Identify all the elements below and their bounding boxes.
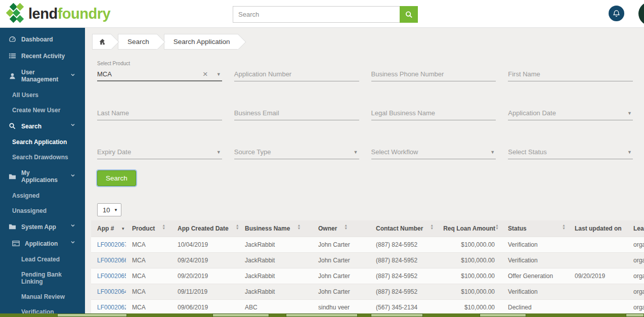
sort-icon: ▲▼ [236, 225, 239, 232]
sidebar-item-unassigned[interactable]: Unassigned [0, 203, 85, 218]
table-row[interactable]: LF0002062 MCA 09/06/2019 ABC sindhu veer… [91, 300, 644, 314]
sidebar-item-lead-created[interactable]: Lead Created [0, 252, 85, 267]
global-search [233, 6, 418, 23]
sidebar-item-assigned[interactable]: Assigned [0, 188, 85, 203]
cell-business-name: JackRabbit [239, 284, 312, 300]
application-link[interactable]: LF0002065 [97, 273, 126, 280]
application-link[interactable]: LF0002064 [97, 288, 126, 295]
search-button[interactable]: Search [97, 170, 136, 186]
global-search-input[interactable] [233, 6, 400, 23]
sidebar-item-system-app[interactable]: System App [0, 218, 85, 235]
col-app-created-date[interactable]: App Created Date▲▼ [171, 220, 239, 237]
sidebar-item-user-management[interactable]: User Management [0, 64, 85, 87]
breadcrumb-search-application[interactable]: Search Application [164, 34, 238, 50]
cell-status: Declined [502, 300, 569, 314]
cell-req-loan-amount: $100,000.00 [439, 253, 502, 268]
results-table: App #▼ Product▲▼ App Created Date▲▼ Busi… [91, 220, 644, 313]
cell-owner: sindhu veer [312, 300, 370, 314]
sidebar-item-manual-review[interactable]: Manual Review [0, 289, 85, 304]
cell-owner: John Carter [312, 237, 370, 253]
chevron-down-icon[interactable]: ▼ [354, 150, 358, 155]
sidebar-item-recent-activity[interactable]: Recent Activity [0, 48, 85, 64]
application-date-field[interactable]: Application Date ▼ [508, 100, 633, 120]
first-name-field[interactable]: First Name [508, 61, 633, 81]
select-workflow-field[interactable]: Select Workflow ▼ [371, 139, 496, 159]
cell-lead-source: organic [627, 237, 644, 253]
col-app-number[interactable]: App #▼ [91, 220, 126, 237]
sidebar-item-application[interactable]: Application [0, 235, 85, 252]
chevron-down-icon[interactable]: ▼ [217, 72, 221, 77]
cell-business-name: JackRabbit [239, 253, 312, 268]
horizontal-scrollbar[interactable] [0, 313, 644, 317]
chevron-down-icon [70, 173, 78, 180]
sidebar-item-search-application[interactable]: Search Application [0, 134, 85, 150]
global-search-button[interactable] [400, 6, 418, 23]
search-icon [9, 122, 16, 130]
col-last-updated-on[interactable]: Last updated on▲▼ [569, 220, 627, 237]
card-icon [12, 240, 20, 247]
search-icon [405, 11, 413, 18]
source-type-field[interactable]: Source Type ▼ [234, 139, 359, 159]
table-row[interactable]: LF0002064 MCA 09/11/2019 JackRabbit John… [91, 284, 644, 300]
col-owner[interactable]: Owner▲▼ [312, 220, 370, 237]
cell-lead-source: organic [627, 268, 644, 284]
table-row[interactable]: LF0002067 MCA 10/04/2019 JackRabbit John… [91, 237, 644, 253]
chevron-down-icon[interactable]: ▼ [627, 111, 632, 116]
chevron-down-icon: ▼ [114, 208, 118, 212]
select-product-field[interactable]: Select Product MCA × ▼ [97, 61, 222, 81]
cell-contact-number: (567) 345-2134 [370, 300, 439, 314]
home-icon [99, 38, 106, 46]
sort-icon: ▲▼ [430, 225, 434, 232]
page-size-select[interactable]: 10 ▼ [97, 203, 121, 216]
last-name-field[interactable]: Last Name [97, 100, 222, 120]
table-header-row: App #▼ Product▲▼ App Created Date▲▼ Busi… [91, 220, 644, 237]
col-lead-source[interactable]: Lead Source [627, 220, 644, 237]
dashboard-gauge-icon [9, 35, 16, 43]
lendfoundry-logo[interactable]: lendfoundry [5, 3, 110, 24]
user-avatar[interactable] [638, 2, 644, 25]
sidebar-item-all-users[interactable]: All Users [0, 87, 85, 103]
breadcrumb-search[interactable]: Search [118, 34, 157, 50]
notifications-button[interactable] [609, 6, 624, 21]
application-link[interactable]: LF0002067 [97, 241, 126, 248]
select-status-field[interactable]: Select Status ▼ [508, 139, 633, 159]
col-status[interactable]: Status▲▼ [502, 220, 569, 237]
sidebar-item-my-applications[interactable]: My Applications [0, 165, 85, 188]
sidebar-item-search-drawdowns[interactable]: Search Drawdowns [0, 150, 85, 165]
chevron-down-icon[interactable]: ▼ [490, 150, 495, 155]
cell-owner: John Carter [312, 284, 370, 300]
col-product[interactable]: Product▲▼ [126, 220, 171, 237]
table-row[interactable]: LF0002066 MCA 09/24/2019 JackRabbit John… [91, 253, 644, 268]
top-header: lendfoundry [0, 0, 644, 28]
col-contact-number[interactable]: Contact Number▲▼ [370, 220, 439, 237]
sidebar-nav: Dashboard Recent Activity User Managemen… [0, 28, 85, 313]
business-email-field[interactable]: Business Email [234, 100, 359, 120]
cell-req-loan-amount: $10,000.00 [439, 300, 502, 314]
chevron-down-icon[interactable]: ▼ [217, 150, 221, 155]
application-link[interactable]: LF0002066 [97, 257, 126, 264]
legal-business-name-field[interactable]: Legal Business Name [371, 100, 496, 120]
sidebar-item-verification[interactable]: Verification [0, 304, 85, 313]
sidebar-item-search[interactable]: Search [0, 118, 85, 134]
application-link[interactable]: LF0002062 [97, 304, 126, 311]
table-row[interactable]: LF0002065 MCA 09/20/2019 JackRabbit John… [91, 268, 644, 284]
clear-icon[interactable]: × [203, 70, 208, 78]
sidebar-item-dashboard[interactable]: Dashboard [0, 31, 85, 48]
col-req-loan-amount[interactable]: Req Loan Amount▲▼ [439, 220, 502, 237]
results-body: LF0002067 MCA 10/04/2019 JackRabbit John… [91, 237, 644, 314]
cell-last-updated-on [569, 300, 627, 314]
breadcrumb-home[interactable] [92, 34, 111, 50]
cell-last-updated-on [569, 253, 627, 268]
col-business-name[interactable]: Business Name▲▼ [239, 220, 312, 237]
expiry-date-field[interactable]: Expiry Date ▼ [97, 139, 222, 159]
business-phone-field[interactable]: Business Phone Number [371, 61, 496, 81]
sidebar-item-create-new-user[interactable]: Create New User [0, 103, 85, 118]
chevron-down-icon [70, 240, 78, 247]
cell-contact-number: (887) 824-5952 [370, 253, 439, 268]
chevron-down-icon[interactable]: ▼ [627, 150, 632, 155]
lendfoundry-logo-icon [5, 3, 25, 24]
cell-app-created-date: 09/11/2019 [171, 284, 239, 300]
sidebar-item-pending-bank-linking[interactable]: Pending Bank Linking [0, 267, 85, 289]
cell-business-name: JackRabbit [239, 237, 312, 253]
application-number-field[interactable]: Application Number [234, 61, 359, 81]
